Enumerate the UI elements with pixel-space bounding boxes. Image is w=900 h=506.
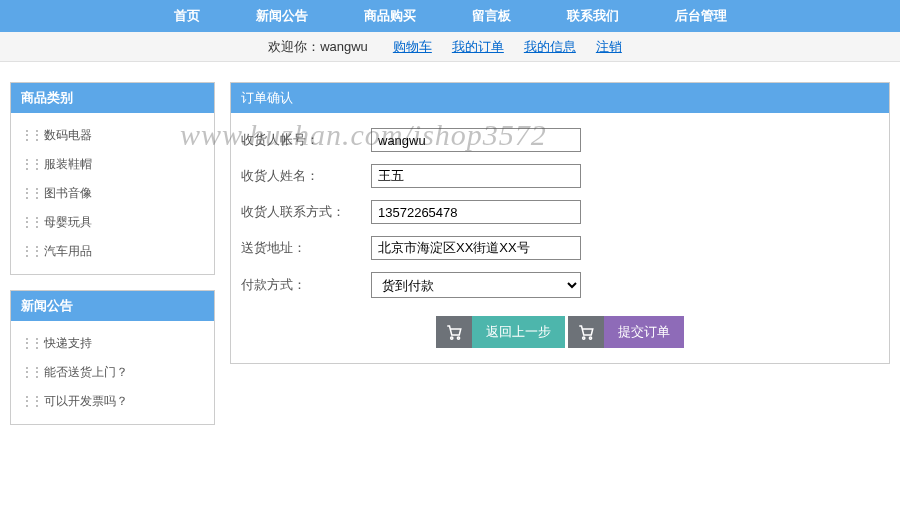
svg-point-1 <box>457 337 459 339</box>
svg-point-3 <box>589 337 591 339</box>
link-cart[interactable]: 购物车 <box>393 38 432 56</box>
submit-button-label: 提交订单 <box>604 316 684 348</box>
welcome-text: 欢迎你：wangwu <box>268 38 368 56</box>
categories-title: 商品类别 <box>11 83 214 113</box>
news-title: 新闻公告 <box>11 291 214 321</box>
name-label: 收货人姓名： <box>241 167 371 185</box>
top-nav: 首页 新闻公告 商品购买 留言板 联系我们 后台管理 <box>0 0 900 32</box>
news-item[interactable]: 能否送货上门？ <box>21 358 204 387</box>
news-box: 新闻公告 快递支持 能否送货上门？ 可以开发票吗？ <box>10 290 215 425</box>
order-form-box: 订单确认 收货人帐号： 收货人姓名： 收货人联系方式： 送货地址： <box>230 82 890 364</box>
category-item[interactable]: 母婴玩具 <box>21 208 204 237</box>
nav-admin[interactable]: 后台管理 <box>647 7 755 25</box>
cart-icon <box>568 316 604 348</box>
news-item[interactable]: 可以开发票吗？ <box>21 387 204 416</box>
link-profile[interactable]: 我的信息 <box>524 38 576 56</box>
contact-input[interactable] <box>371 200 581 224</box>
nav-home[interactable]: 首页 <box>146 7 228 25</box>
nav-shop[interactable]: 商品购买 <box>336 7 444 25</box>
name-input[interactable] <box>371 164 581 188</box>
category-item[interactable]: 汽车用品 <box>21 237 204 266</box>
svg-point-2 <box>583 337 585 339</box>
address-label: 送货地址： <box>241 239 371 257</box>
back-button[interactable]: 返回上一步 <box>436 316 565 348</box>
payment-label: 付款方式： <box>241 276 371 294</box>
contact-label: 收货人联系方式： <box>241 203 371 221</box>
category-item[interactable]: 数码电器 <box>21 121 204 150</box>
account-input[interactable] <box>371 128 581 152</box>
news-item[interactable]: 快递支持 <box>21 329 204 358</box>
categories-box: 商品类别 数码电器 服装鞋帽 图书音像 母婴玩具 汽车用品 <box>10 82 215 275</box>
submit-button[interactable]: 提交订单 <box>568 316 684 348</box>
nav-news[interactable]: 新闻公告 <box>228 7 336 25</box>
payment-select[interactable]: 货到付款 <box>371 272 581 298</box>
svg-point-0 <box>451 337 453 339</box>
category-item[interactable]: 服装鞋帽 <box>21 150 204 179</box>
account-label: 收货人帐号： <box>241 131 371 149</box>
form-title: 订单确认 <box>231 83 889 113</box>
nav-guestbook[interactable]: 留言板 <box>444 7 539 25</box>
link-logout[interactable]: 注销 <box>596 38 622 56</box>
category-item[interactable]: 图书音像 <box>21 179 204 208</box>
back-button-label: 返回上一步 <box>472 316 565 348</box>
nav-contact[interactable]: 联系我们 <box>539 7 647 25</box>
link-orders[interactable]: 我的订单 <box>452 38 504 56</box>
sub-nav: 欢迎你：wangwu 购物车 我的订单 我的信息 注销 <box>0 32 900 62</box>
cart-icon <box>436 316 472 348</box>
address-input[interactable] <box>371 236 581 260</box>
